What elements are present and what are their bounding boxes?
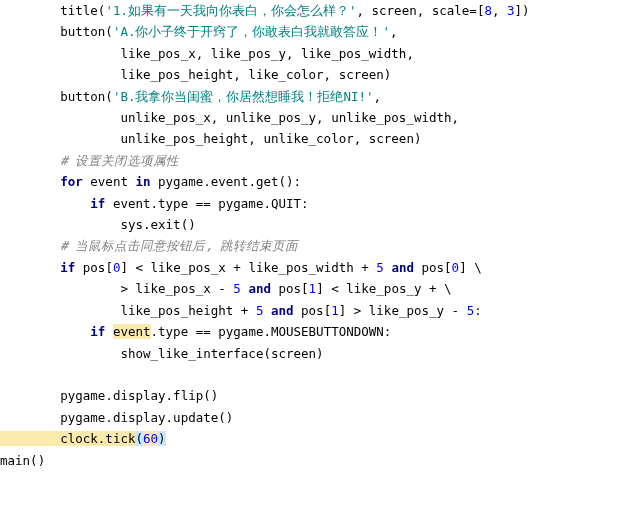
code-token: if — [60, 260, 75, 275]
code-token: for — [60, 174, 83, 189]
code-token: ] < like_pos_x + like_pos_width + — [120, 260, 376, 275]
code-token — [0, 217, 120, 232]
code-token: in — [135, 174, 150, 189]
code-token — [0, 131, 120, 146]
code-token: event — [83, 174, 136, 189]
code-token: pygame.event.get(): — [151, 174, 302, 189]
code-line[interactable]: show_like_interface(screen) — [0, 346, 324, 361]
code-line[interactable]: title('1.如果有一天我向你表白，你会怎么样？', screen, sca… — [0, 3, 530, 18]
code-token: , — [374, 89, 382, 104]
code-token: pos[ — [414, 260, 452, 275]
code-token: ]) — [515, 3, 530, 18]
code-line[interactable]: pygame.display.update() — [0, 410, 233, 425]
code-token — [0, 346, 120, 361]
code-token: pygame.display.update() — [60, 410, 233, 425]
code-token: , screen, scale=[ — [356, 3, 484, 18]
code-token: 1 — [331, 303, 339, 318]
code-token: title( — [60, 3, 105, 18]
code-token: like_pos_height + — [120, 303, 255, 318]
code-token: show_like_interface(screen) — [120, 346, 323, 361]
code-token: , — [492, 3, 507, 18]
code-token — [0, 260, 60, 275]
code-token: ] > like_pos_y - — [339, 303, 467, 318]
code-token: and — [391, 260, 414, 275]
code-line[interactable]: sys.exit() — [0, 217, 196, 232]
code-editor[interactable]: title('1.如果有一天我向你表白，你会怎么样？', screen, sca… — [0, 0, 640, 471]
code-token — [0, 110, 120, 125]
code-token: pos[ — [271, 281, 309, 296]
code-token: 3 — [507, 3, 515, 18]
code-token: .type == pygame.MOUSEBUTTONDOWN: — [151, 324, 392, 339]
code-token: and — [271, 303, 294, 318]
code-token: main() — [0, 453, 45, 468]
code-token — [263, 303, 271, 318]
code-line[interactable]: like_pos_x, like_pos_y, like_pos_width, — [0, 46, 414, 61]
code-token: button( — [60, 89, 113, 104]
code-token: ) — [158, 431, 166, 446]
code-token: : — [474, 303, 482, 318]
code-token: if — [90, 324, 105, 339]
code-token: 8 — [484, 3, 492, 18]
code-token: clock.tick — [60, 431, 135, 446]
code-token: sys.exit() — [120, 217, 195, 232]
code-token: event.type == pygame.QUIT: — [105, 196, 308, 211]
code-token: 5 — [376, 260, 384, 275]
code-line[interactable]: # 当鼠标点击同意按钮后, 跳转结束页面 — [0, 238, 298, 253]
code-token — [0, 174, 60, 189]
code-token — [105, 324, 113, 339]
code-token: like_pos_height, like_color, screen) — [120, 67, 391, 82]
code-token: # 设置关闭选项属性 — [60, 153, 179, 168]
code-line[interactable]: > like_pos_x - 5 and pos[1] < like_pos_y… — [0, 281, 452, 296]
code-token: 'B.我拿你当闺蜜，你居然想睡我！拒绝NI!' — [113, 89, 374, 104]
code-token — [0, 388, 60, 403]
code-token — [0, 196, 90, 211]
code-token: 1 — [309, 281, 317, 296]
code-token: ] < like_pos_y + \ — [316, 281, 451, 296]
code-line[interactable]: pygame.display.flip() — [0, 388, 218, 403]
code-token: button( — [60, 24, 113, 39]
code-line[interactable]: # 设置关闭选项属性 — [0, 153, 179, 168]
code-token — [0, 303, 120, 318]
code-token — [0, 281, 120, 296]
code-token: unlike_pos_height, unlike_color, screen) — [120, 131, 421, 146]
code-token: event — [113, 324, 151, 339]
code-token: 0 — [452, 260, 460, 275]
code-line[interactable]: clock.tick(60) — [0, 431, 166, 446]
code-token: 5 — [233, 281, 241, 296]
code-token: 60 — [143, 431, 158, 446]
code-token — [0, 89, 60, 104]
code-line[interactable]: unlike_pos_x, unlike_pos_y, unlike_pos_w… — [0, 110, 459, 125]
code-token: , — [390, 24, 398, 39]
code-token: unlike_pos_x, unlike_pos_y, unlike_pos_w… — [120, 110, 459, 125]
code-line[interactable]: unlike_pos_height, unlike_color, screen) — [0, 131, 421, 146]
code-token: pygame.display.flip() — [60, 388, 218, 403]
code-line[interactable]: like_pos_height, like_color, screen) — [0, 67, 391, 82]
code-token — [0, 324, 90, 339]
code-line[interactable]: if event.type == pygame.MOUSEBUTTONDOWN: — [0, 324, 391, 339]
code-token: # 当鼠标点击同意按钮后, 跳转结束页面 — [60, 238, 298, 253]
code-line[interactable]: button('A.你小子终于开窍了，你敢表白我就敢答应！', — [0, 24, 398, 39]
code-token — [0, 24, 60, 39]
code-token: pos[ — [294, 303, 332, 318]
code-token — [0, 3, 60, 18]
code-line[interactable]: button('B.我拿你当闺蜜，你居然想睡我！拒绝NI!', — [0, 89, 381, 104]
code-token: 'A.你小子终于开窍了，你敢表白我就敢答应！' — [113, 24, 390, 39]
code-token: ] \ — [459, 260, 482, 275]
code-token — [0, 67, 120, 82]
code-token: pos[ — [75, 260, 113, 275]
code-token: like_pos_x, like_pos_y, like_pos_width, — [120, 46, 414, 61]
code-token: '1.如果有一天我向你表白，你会怎么样？' — [105, 3, 356, 18]
code-token: and — [248, 281, 271, 296]
code-token: ( — [135, 431, 143, 446]
code-token: if — [90, 196, 105, 211]
code-token — [0, 410, 60, 425]
code-line[interactable]: if pos[0] < like_pos_x + like_pos_width … — [0, 260, 482, 275]
code-token — [0, 46, 120, 61]
code-line[interactable]: like_pos_height + 5 and pos[1] > like_po… — [0, 303, 482, 318]
code-line[interactable]: if event.type == pygame.QUIT: — [0, 196, 309, 211]
code-token: > like_pos_x - — [120, 281, 233, 296]
code-line[interactable]: main() — [0, 453, 45, 468]
code-token — [0, 238, 60, 253]
code-token — [0, 431, 60, 446]
code-line[interactable]: for event in pygame.event.get(): — [0, 174, 301, 189]
